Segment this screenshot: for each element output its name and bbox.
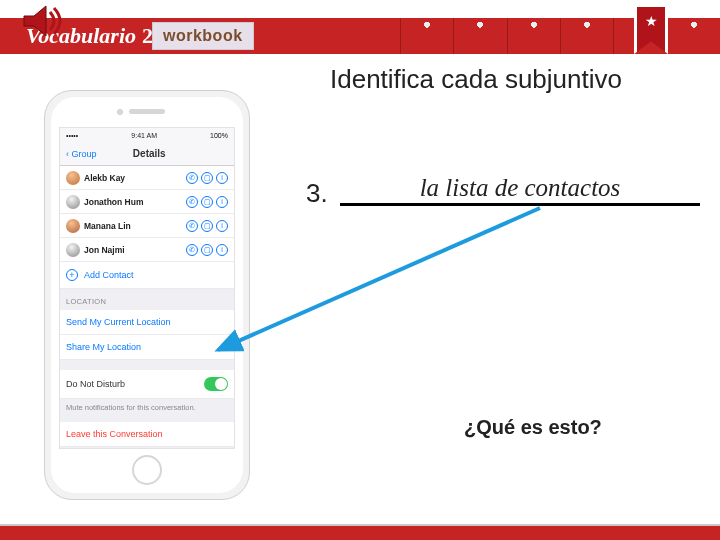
add-contact-label: Add Contact bbox=[84, 270, 134, 280]
banner-pattern bbox=[400, 18, 720, 54]
speaker-icon bbox=[18, 0, 68, 46]
leave-conversation-cell: Leave this Conversation bbox=[60, 422, 234, 447]
avatar-icon bbox=[66, 171, 80, 185]
instruction-text: Identifica cada subjuntivo bbox=[330, 64, 622, 95]
contact-row: Jon Najmi ✆▢i bbox=[60, 238, 234, 262]
nav-bar: ‹ Group Details bbox=[60, 142, 234, 166]
add-contact-row: + Add Contact bbox=[60, 262, 234, 289]
dnd-cell: Do Not Disturb bbox=[60, 370, 234, 399]
answer-text: la lista de contactos bbox=[340, 174, 700, 202]
contact-name: Alekb Kay bbox=[84, 173, 182, 183]
section-label-location: LOCATION bbox=[60, 289, 234, 310]
phone-earpiece bbox=[129, 109, 165, 114]
info-icon: i bbox=[216, 172, 228, 184]
question-subtext: ¿Qué es esto? bbox=[464, 416, 602, 439]
contact-name: Manana Lin bbox=[84, 221, 182, 231]
status-time: 9:41 AM bbox=[131, 132, 157, 139]
contact-row: Manana Lin ✆▢i bbox=[60, 214, 234, 238]
contact-row: Alekb Kay ✆▢i bbox=[60, 166, 234, 190]
phone-screen: ••••• 9:41 AM 100% ‹ Group Details Alekb… bbox=[59, 127, 235, 449]
contact-name: Jon Najmi bbox=[84, 245, 182, 255]
status-battery: 100% bbox=[210, 132, 228, 139]
mute-note: Mute notifications for this conversation… bbox=[60, 399, 234, 422]
status-bar: ••••• 9:41 AM 100% bbox=[60, 128, 234, 142]
toggle-icon bbox=[204, 377, 228, 391]
nav-title: Details bbox=[133, 148, 166, 159]
contacts-list: Alekb Kay ✆▢i Jonathon Hum ✆▢i Manana Li… bbox=[60, 166, 234, 289]
share-location-cell: Share My Location bbox=[60, 335, 234, 360]
contact-actions: ✆▢i bbox=[186, 172, 228, 184]
contact-row: Jonathon Hum ✆▢i bbox=[60, 190, 234, 214]
carrier-signal: ••••• bbox=[66, 132, 78, 139]
call-icon: ✆ bbox=[186, 172, 198, 184]
avatar-icon bbox=[66, 243, 80, 257]
home-button-icon bbox=[132, 455, 162, 485]
dnd-label: Do Not Disturb bbox=[66, 379, 125, 389]
video-icon: ▢ bbox=[201, 172, 213, 184]
send-location-cell: Send My Current Location bbox=[60, 310, 234, 335]
avatar-icon bbox=[66, 219, 80, 233]
phone-camera bbox=[117, 109, 123, 115]
nav-back: ‹ Group bbox=[66, 149, 97, 159]
plus-icon: + bbox=[66, 269, 78, 281]
avatar-icon bbox=[66, 195, 80, 209]
question-number: 3. bbox=[306, 178, 328, 209]
svg-line-0 bbox=[218, 208, 540, 350]
phone-illustration: ••••• 9:41 AM 100% ‹ Group Details Alekb… bbox=[44, 90, 250, 500]
workbook-chip: workbook bbox=[152, 22, 254, 50]
contact-name: Jonathon Hum bbox=[84, 197, 182, 207]
footer-band bbox=[0, 526, 720, 540]
